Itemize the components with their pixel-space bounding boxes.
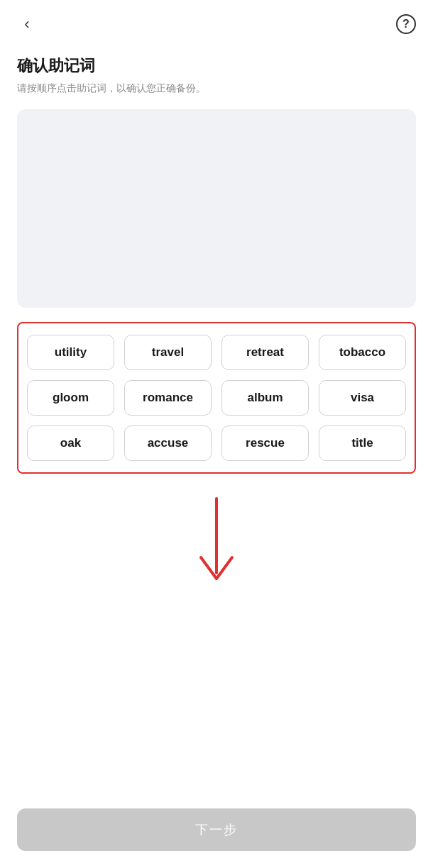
word-chip[interactable]: utility [27,335,114,370]
help-icon: ? [396,14,416,34]
word-grid: utilitytravelretreattobaccogloomromancea… [27,335,406,461]
word-chip[interactable]: oak [27,425,114,461]
word-chip[interactable]: title [319,425,406,461]
word-chip[interactable]: rescue [221,425,309,461]
word-chip[interactable]: visa [319,380,406,416]
word-chip[interactable]: retreat [221,335,309,370]
next-button[interactable]: 下一步 [17,808,416,851]
word-display-area [17,109,416,308]
back-button[interactable]: ‹ [14,11,40,37]
word-chip[interactable]: gloom [27,380,114,416]
back-icon: ‹ [24,15,29,33]
help-button[interactable]: ? [393,11,419,37]
word-chip[interactable]: travel [124,335,212,370]
word-chip[interactable]: album [221,380,309,416]
word-chip[interactable]: romance [124,380,212,416]
arrow-icon [188,495,245,594]
word-grid-container: utilitytravelretreattobaccogloomromancea… [17,322,416,474]
bottom-btn-container: 下一步 [0,808,433,868]
word-chip[interactable]: tobacco [319,335,406,370]
page-title: 确认助记词 [17,55,416,77]
arrow-section [0,474,433,608]
page-subtitle: 请按顺序点击助记词，以确认您正确备份。 [17,82,416,95]
page-content: 确认助记词 请按顺序点击助记词，以确认您正确备份。 utilitytravelr… [0,48,433,474]
header: ‹ ? [0,0,433,48]
word-chip[interactable]: accuse [124,425,212,461]
